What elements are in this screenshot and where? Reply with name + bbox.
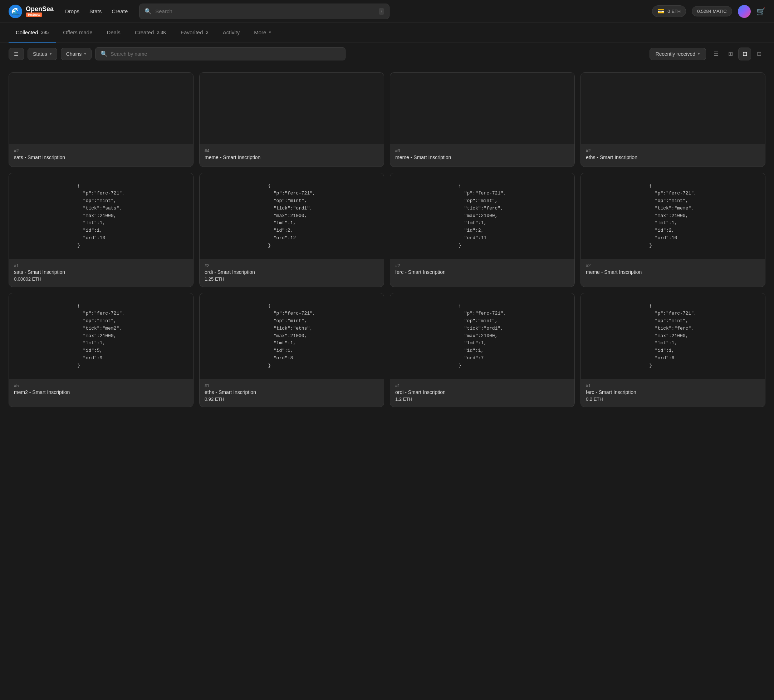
nft-number: #3 xyxy=(395,149,569,154)
tab-offers-made[interactable]: Offers made xyxy=(56,23,99,43)
search-icon: 🔍 xyxy=(144,8,152,15)
nft-number: #2 xyxy=(586,263,760,268)
nft-json-content: { "p":"ferc-721", "op":"mint", "tick":"e… xyxy=(268,302,316,369)
cart-icon[interactable]: 🛒 xyxy=(756,7,766,16)
nft-name: ferc - Smart Inscription xyxy=(395,269,569,275)
nft-card[interactable]: { "p":"ferc-721", "op":"mint", "tick":"e… xyxy=(199,293,384,407)
nft-name: eths - Smart Inscription xyxy=(205,389,379,395)
nft-number: #2 xyxy=(395,263,569,268)
nft-name: sats - Smart Inscription xyxy=(14,154,188,160)
nft-price: 0.2 ETH xyxy=(586,396,760,402)
nft-image-area: { "p":"ferc-721", "op":"mint", "tick":"e… xyxy=(200,293,384,379)
chains-filter-label: Chains xyxy=(66,51,82,57)
logo[interactable]: 🌊 OpenSea Testnets xyxy=(8,5,54,18)
user-avatar[interactable] xyxy=(738,5,751,18)
nft-number: #1 xyxy=(586,383,760,388)
global-search-input[interactable] xyxy=(155,8,375,14)
nft-price: 1.2 ETH xyxy=(395,396,569,402)
tab-activity-label: Activity xyxy=(223,29,240,35)
nft-card[interactable]: { "p":"ferc-721", "op":"mint", "tick":"f… xyxy=(390,173,575,287)
nft-card[interactable]: { "p":"ferc-721", "op":"mint", "tick":"m… xyxy=(580,173,766,287)
nft-number: #1 xyxy=(205,383,379,388)
nft-image-area: { "p":"ferc-721", "op":"mint", "tick":"s… xyxy=(9,173,193,259)
name-search-bar[interactable]: 🔍 xyxy=(95,47,346,60)
wallet-matic-button[interactable]: 0.5284 MATIC xyxy=(692,6,732,17)
nft-name: ferc - Smart Inscription xyxy=(586,389,760,395)
tab-deals[interactable]: Deals xyxy=(100,23,128,43)
nft-card[interactable]: { "p":"ferc-721", "op":"mint", "tick":"s… xyxy=(8,173,194,287)
tab-created[interactable]: Created 2.3K xyxy=(128,23,174,43)
nft-info: #5 mem2 - Smart Inscription xyxy=(9,379,193,401)
name-search-input[interactable] xyxy=(111,51,340,57)
nft-json-content: { "p":"ferc-721", "op":"mint", "tick":"s… xyxy=(77,182,125,249)
nft-number: #1 xyxy=(395,383,569,388)
sort-button[interactable]: Recently received ▾ xyxy=(650,48,706,60)
nft-card[interactable]: { "p":"ferc-721", "op":"mint", "tick":"o… xyxy=(390,293,575,407)
nft-json-content: { "p":"ferc-721", "op":"mint", "tick":"o… xyxy=(458,302,506,369)
nft-info: #2 ordi - Smart Inscription 1.25 ETH xyxy=(200,259,384,287)
wallet-matic-balance: 0.5284 MATIC xyxy=(697,8,727,14)
global-search-bar[interactable]: 🔍 / xyxy=(139,3,390,19)
nft-image-area xyxy=(200,73,384,144)
nft-name: meme - Smart Inscription xyxy=(205,154,379,160)
nft-info: #1 sats - Smart Inscription 0.00002 ETH xyxy=(9,259,193,287)
tab-collected[interactable]: Collected 395 xyxy=(8,23,56,43)
nft-card[interactable]: #2 eths - Smart Inscription xyxy=(580,72,766,167)
nft-image-area: { "p":"ferc-721", "op":"mint", "tick":"o… xyxy=(200,173,384,259)
nft-name: meme - Smart Inscription xyxy=(395,154,569,160)
tab-activity[interactable]: Activity xyxy=(216,23,247,43)
nav-links: Drops Stats Create xyxy=(65,8,128,14)
nft-number: #2 xyxy=(14,149,188,154)
nft-info: #1 eths - Smart Inscription 0.92 ETH xyxy=(200,379,384,407)
nft-card[interactable]: #2 sats - Smart Inscription xyxy=(8,72,194,167)
nft-card[interactable]: #3 meme - Smart Inscription xyxy=(390,72,575,167)
nft-number: #2 xyxy=(586,149,760,154)
tab-offers-label: Offers made xyxy=(63,29,92,35)
chains-chevron-icon: ▾ xyxy=(84,51,86,56)
nav-stats[interactable]: Stats xyxy=(89,8,102,14)
tab-deals-label: Deals xyxy=(107,29,121,35)
nft-price: 1.25 ETH xyxy=(205,276,379,282)
nft-image-area: { "p":"ferc-721", "op":"mint", "tick":"m… xyxy=(581,173,765,259)
nav-drops[interactable]: Drops xyxy=(65,8,79,14)
nft-card[interactable]: { "p":"ferc-721", "op":"mint", "tick":"m… xyxy=(8,293,194,407)
logo-badge: Testnets xyxy=(26,13,42,17)
tab-favorited[interactable]: Favorited 2 xyxy=(174,23,216,43)
logo-name: OpenSea xyxy=(26,6,54,13)
chains-filter-button[interactable]: Chains ▾ xyxy=(61,48,92,60)
tab-more-label: More xyxy=(254,29,266,35)
nft-name: mem2 - Smart Inscription xyxy=(14,389,188,395)
view-grid-button[interactable]: ⊟ xyxy=(738,48,751,60)
search-shortcut: / xyxy=(379,8,384,15)
top-navigation: 🌊 OpenSea Testnets Drops Stats Create 🔍 … xyxy=(0,0,774,23)
nft-name: ordi - Smart Inscription xyxy=(205,269,379,275)
nft-json-content: { "p":"ferc-721", "op":"mint", "tick":"f… xyxy=(458,182,506,249)
view-grid-small-button[interactable]: ⊞ xyxy=(724,48,737,60)
nft-number: #2 xyxy=(205,263,379,268)
view-toggle-buttons: ☰ ⊞ ⊟ ⊡ xyxy=(710,48,766,60)
nft-card[interactable]: { "p":"ferc-721", "op":"mint", "tick":"o… xyxy=(199,173,384,287)
tab-more[interactable]: More ▾ xyxy=(247,23,278,43)
nft-card[interactable]: #4 meme - Smart Inscription xyxy=(199,72,384,167)
nft-image-area: { "p":"ferc-721", "op":"mint", "tick":"f… xyxy=(581,293,765,379)
tab-favorited-count: 2 xyxy=(206,30,208,35)
logo-text: OpenSea Testnets xyxy=(26,6,54,17)
name-search-icon: 🔍 xyxy=(101,50,108,57)
nft-json-content: { "p":"ferc-721", "op":"mint", "tick":"m… xyxy=(77,302,125,369)
nft-info: #2 meme - Smart Inscription xyxy=(581,259,765,281)
nft-number: #1 xyxy=(14,263,188,268)
status-filter-button[interactable]: Status ▾ xyxy=(28,48,57,60)
filter-toggle-button[interactable]: ☰ xyxy=(8,48,24,60)
nft-image-area: { "p":"ferc-721", "op":"mint", "tick":"m… xyxy=(9,293,193,379)
nft-info: #2 ferc - Smart Inscription xyxy=(390,259,574,281)
opensea-logo-icon: 🌊 xyxy=(8,5,22,18)
filters-bar: ☰ Status ▾ Chains ▾ 🔍 Recently received … xyxy=(0,43,774,65)
nft-card[interactable]: { "p":"ferc-721", "op":"mint", "tick":"f… xyxy=(580,293,766,407)
nav-create[interactable]: Create xyxy=(112,8,128,14)
view-grid-large-button[interactable]: ⊡ xyxy=(752,48,766,60)
view-list-button[interactable]: ☰ xyxy=(710,48,723,60)
profile-tabs: Collected 395 Offers made Deals Created … xyxy=(0,23,774,43)
wallet-eth-button[interactable]: 💳 0 ETH xyxy=(652,5,686,17)
nft-image-area xyxy=(390,73,574,144)
tab-created-count: 2.3K xyxy=(157,30,166,35)
